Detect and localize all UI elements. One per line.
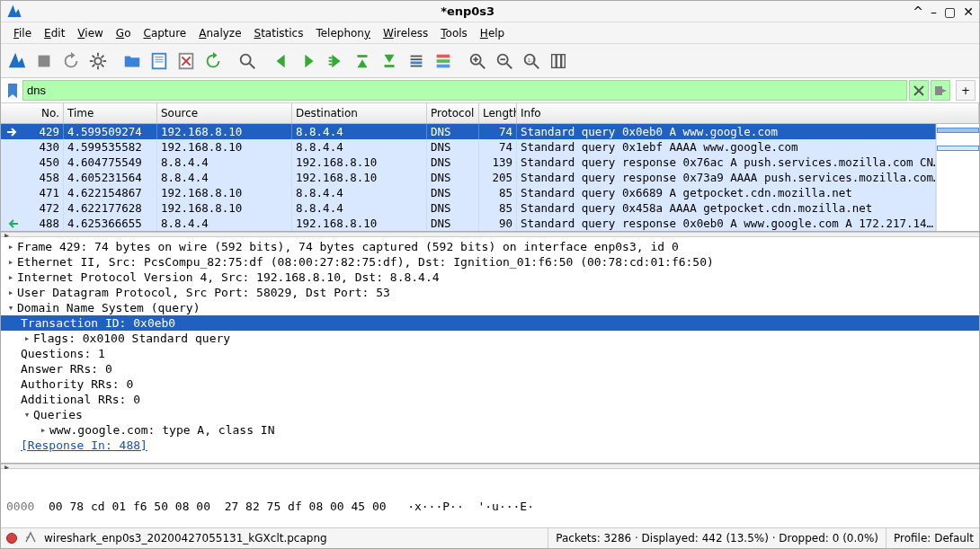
packet-details-pane[interactable]: ▸Frame 429: 74 bytes on wire (592 bits),… <box>1 237 979 464</box>
filter-add-button[interactable]: + <box>956 80 976 101</box>
column-header-length[interactable]: Length <box>479 103 517 123</box>
cell-src: 8.8.4.4 <box>157 170 292 185</box>
svg-point-17 <box>241 54 251 64</box>
menu-telephony[interactable]: Telephony <box>310 25 376 41</box>
filter-apply-button[interactable] <box>931 80 950 101</box>
restart-capture-button[interactable] <box>58 49 84 74</box>
column-header-no[interactable]: No. <box>21 103 64 123</box>
cell-proto: DNS <box>427 139 479 155</box>
detail-flags[interactable]: Flags: 0x0100 Standard query <box>33 332 230 345</box>
menu-tools[interactable]: Tools <box>435 25 473 41</box>
column-header-info[interactable]: Info <box>517 103 979 123</box>
packet-row[interactable]: 4724.622177628192.168.8.108.8.4.4DNS85St… <box>1 200 936 216</box>
packet-list-scrollbar[interactable] <box>936 124 979 231</box>
window-minimize-icon[interactable]: – <box>931 4 937 19</box>
cell-proto: DNS <box>427 155 479 170</box>
cell-dst: 192.168.8.10 <box>292 155 427 170</box>
close-file-button[interactable] <box>174 49 199 74</box>
detail-additional-rrs[interactable]: Additional RRs: 0 <box>21 393 140 406</box>
auto-scroll-button[interactable] <box>404 49 429 74</box>
menu-view[interactable]: View <box>72 25 108 41</box>
go-previous-button[interactable] <box>269 49 294 74</box>
menu-edit[interactable]: Edit <box>39 25 70 41</box>
cell-proto: DNS <box>427 170 479 185</box>
cell-len: 90 <box>479 216 517 231</box>
detail-answer-rrs[interactable]: Answer RRs: 0 <box>21 362 112 376</box>
detail-ip[interactable]: Internet Protocol Version 4, Src: 192.16… <box>17 270 440 284</box>
cell-src: 8.8.4.4 <box>157 155 292 170</box>
zoom-reset-button[interactable]: 1:1 <box>519 49 544 74</box>
detail-query-0[interactable]: www.google.com: type A, class IN <box>49 423 274 437</box>
menu-analyze[interactable]: Analyze <box>193 25 246 41</box>
detail-dns[interactable]: Domain Name System (query) <box>17 301 200 314</box>
open-file-button[interactable] <box>120 49 145 74</box>
cell-info: Standard query 0x6689 A getpocket.cdn.mo… <box>517 185 936 200</box>
stop-capture-button[interactable] <box>31 49 57 74</box>
menu-go[interactable]: Go <box>111 25 137 41</box>
start-capture-button[interactable] <box>4 49 30 74</box>
status-file: wireshark_enp0s3_20200427055131_kGXclt.p… <box>44 532 327 545</box>
go-first-button[interactable] <box>350 49 375 74</box>
go-last-button[interactable] <box>377 49 402 74</box>
expert-info-indicator[interactable] <box>6 533 17 544</box>
save-file-button[interactable] <box>147 49 172 74</box>
packet-row[interactable]: 4294.599509274192.168.8.108.8.4.4DNS74St… <box>1 124 936 139</box>
packet-bytes-pane[interactable]: 0000 00 78 cd 01 f6 50 08 00 27 82 75 df… <box>1 469 979 528</box>
packet-row[interactable]: 4714.622154867192.168.8.108.8.4.4DNS85St… <box>1 185 936 200</box>
detail-ethernet[interactable]: Ethernet II, Src: PcsCompu_82:75:df (08:… <box>17 255 714 269</box>
cell-time: 4.622177628 <box>64 200 157 216</box>
status-profile[interactable]: Profile: Default <box>886 528 974 548</box>
window-close-icon[interactable]: ✕ <box>963 4 974 19</box>
go-to-packet-button[interactable] <box>323 49 348 74</box>
colorize-button[interactable] <box>431 49 456 74</box>
find-packet-button[interactable] <box>235 49 260 74</box>
go-next-button[interactable] <box>296 49 321 74</box>
detail-transaction-id[interactable]: Transaction ID: 0x0eb0 <box>21 316 175 330</box>
column-header-destination[interactable]: Destination <box>292 103 427 123</box>
svg-rect-43 <box>562 54 566 67</box>
outgoing-marker-icon <box>1 124 21 139</box>
detail-frame[interactable]: Frame 429: 74 bytes on wire (592 bits), … <box>17 240 679 253</box>
detail-questions[interactable]: Questions: 1 <box>21 347 105 360</box>
capture-options-button[interactable] <box>85 49 111 74</box>
menu-wireless[interactable]: Wireless <box>378 25 433 41</box>
cell-time: 4.625366655 <box>64 216 157 231</box>
cell-info: Standard query 0x458a AAAA getpocket.cdn… <box>517 200 936 216</box>
filter-bookmark-icon[interactable] <box>4 80 21 101</box>
packet-list-header[interactable]: No. Time Source Destination Protocol Len… <box>1 103 979 124</box>
menu-help[interactable]: Help <box>475 25 510 41</box>
resize-columns-button[interactable] <box>546 49 571 74</box>
svg-line-9 <box>102 55 104 58</box>
window-up-icon[interactable]: ^ <box>913 4 923 19</box>
packet-row[interactable]: 4304.599535582192.168.8.108.8.4.4DNS74St… <box>1 139 936 155</box>
display-filter-input[interactable] <box>22 80 907 101</box>
column-header-protocol[interactable]: Protocol <box>427 103 479 123</box>
cell-no: 450 <box>21 155 64 170</box>
column-header-time[interactable]: Time <box>64 103 157 123</box>
cell-src: 192.168.8.10 <box>157 185 292 200</box>
detail-queries[interactable]: Queries <box>33 408 83 421</box>
zoom-out-button[interactable] <box>492 49 517 74</box>
menu-file[interactable]: File <box>8 25 37 41</box>
svg-line-6 <box>93 55 95 58</box>
column-header-source[interactable]: Source <box>157 103 292 123</box>
svg-rect-42 <box>557 54 561 67</box>
zoom-in-button[interactable] <box>465 49 490 74</box>
packet-list-body[interactable]: 4294.599509274192.168.8.108.8.4.4DNS74St… <box>1 124 936 231</box>
cell-info: Standard query response 0x76ac A push.se… <box>517 155 936 170</box>
window-maximize-icon[interactable]: ▢ <box>944 4 956 19</box>
cell-proto: DNS <box>427 185 479 200</box>
detail-response-link[interactable]: [Response In: 488] <box>21 438 147 452</box>
menu-statistics[interactable]: Statistics <box>249 25 309 41</box>
packet-row[interactable]: 4884.6253666558.8.4.4192.168.8.10DNS90St… <box>1 216 936 231</box>
capture-file-properties-icon[interactable] <box>24 531 37 546</box>
detail-udp[interactable]: User Datagram Protocol, Src Port: 58029,… <box>17 286 390 299</box>
menu-capture[interactable]: Capture <box>138 25 192 41</box>
packet-row[interactable]: 4504.6047755498.8.4.4192.168.8.10DNS139S… <box>1 155 936 170</box>
packet-row[interactable]: 4584.6052315648.8.4.4192.168.8.10DNS205S… <box>1 170 936 185</box>
cell-no: 429 <box>21 124 64 139</box>
filter-clear-button[interactable] <box>909 80 929 101</box>
svg-point-1 <box>94 58 101 64</box>
reload-file-button[interactable] <box>200 49 226 74</box>
detail-authority-rrs[interactable]: Authority RRs: 0 <box>21 377 133 391</box>
